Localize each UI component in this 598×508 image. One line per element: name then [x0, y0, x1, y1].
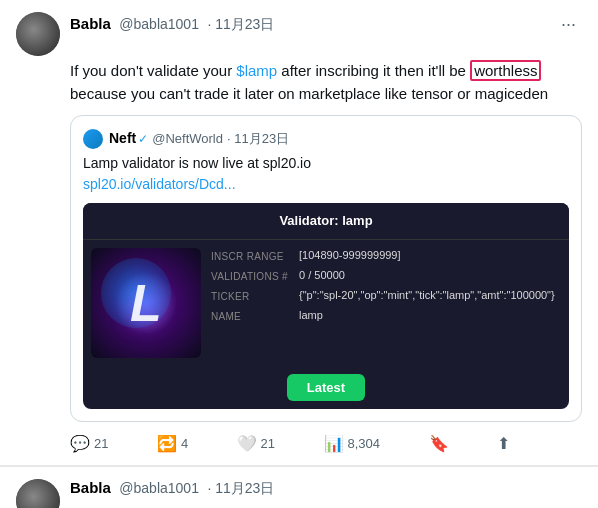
tweet-1-highlight: worthless	[470, 60, 541, 81]
latest-button[interactable]: Latest	[287, 374, 365, 401]
quoted-body: Lamp validator is now live at spl20.io s…	[83, 153, 569, 195]
validator-val-0: [104890-999999999]	[299, 248, 401, 262]
tweet-1-actions: 💬 21 🔁 4 🤍 21 📊 8,304 🔖 ⬆	[70, 434, 510, 453]
retweet-icon: 🔁	[157, 434, 177, 453]
quoted-tweet[interactable]: Neft ✓ @NeftWorld · 11月23日 Lamp validato…	[70, 115, 582, 422]
like-count: 21	[261, 436, 275, 451]
quoted-author[interactable]: Neft	[109, 128, 136, 149]
validator-footer: Latest	[83, 366, 569, 409]
tweet-1: Babla @babla1001 · 11月23日 ··· If you don…	[0, 0, 598, 466]
tweet-1-author[interactable]: Babla	[70, 15, 111, 32]
validator-table: INSCR RANGE [104890-999999999] VALIDATIO…	[211, 248, 561, 358]
tweet-2-handle[interactable]: @babla1001	[119, 480, 199, 496]
validator-val-3: lamp	[299, 308, 323, 322]
tweet-1-meta: Babla @babla1001 · 11月23日 ···	[70, 12, 582, 37]
tweet-2-date: · 11月23日	[207, 480, 274, 496]
bookmark-icon: 🔖	[429, 434, 449, 453]
avatar-2	[16, 479, 60, 509]
tweet-1-body: If you don't validate your $lamp after i…	[70, 60, 582, 422]
validator-key-0: INSCR RANGE	[211, 248, 291, 264]
verified-badge-icon: ✓	[138, 130, 148, 148]
tweet-2-meta: Babla @babla1001 · 11月23日	[70, 479, 582, 498]
share-icon: ⬆	[497, 434, 510, 453]
views-action[interactable]: 📊 8,304	[324, 434, 381, 453]
tweet-1-header: Babla @babla1001 · 11月23日 ···	[16, 12, 582, 56]
tweet-1-body-middle: after inscribing it then it'll be	[277, 62, 470, 79]
tweet-2-author-row: Babla @babla1001 · 11月23日	[70, 479, 582, 498]
quoted-tweet-header: Neft ✓ @NeftWorld · 11月23日	[83, 128, 569, 149]
quoted-body-line1: Lamp validator is now live at spl20.io	[83, 153, 569, 174]
reply-icon: 💬	[70, 434, 90, 453]
validator-val-1: 0 / 50000	[299, 268, 345, 282]
tweet-1-author-row: Babla @babla1001 · 11月23日 ···	[70, 12, 582, 37]
tweet-2: Babla @babla1001 · 11月23日 Everyone go to…	[0, 467, 598, 509]
validator-title: Validator: lamp	[83, 203, 569, 240]
views-icon: 📊	[324, 434, 344, 453]
tweet-1-body-before: If you don't validate your	[70, 62, 236, 79]
validator-row-2: TICKER {"p":"spl-20","op":"mint","tick":…	[211, 288, 561, 304]
quoted-body-line2[interactable]: spl20.io/validators/Dcd...	[83, 174, 569, 195]
validator-card: Validator: lamp L INSCR RANGE [104890-99…	[83, 203, 569, 409]
views-count: 8,304	[348, 436, 381, 451]
tweet-1-author-info: Babla @babla1001 · 11月23日	[70, 15, 274, 34]
share-action[interactable]: ⬆	[497, 434, 510, 453]
validator-image: L	[91, 248, 201, 358]
validator-key-3: NAME	[211, 308, 291, 324]
tweet-2-header: Babla @babla1001 · 11月23日	[16, 479, 582, 509]
validator-row-3: NAME lamp	[211, 308, 561, 324]
tweet-1-lamp-link[interactable]: $lamp	[236, 62, 277, 79]
validator-row-0: INSCR RANGE [104890-999999999]	[211, 248, 561, 264]
retweet-action[interactable]: 🔁 4	[157, 434, 188, 453]
heart-icon: 🤍	[237, 434, 257, 453]
quoted-date: · 11月23日	[227, 129, 289, 149]
validator-val-2: {"p":"spl-20","op":"mint","tick":"lamp",…	[299, 288, 555, 302]
avatar-1	[16, 12, 60, 56]
reply-count: 21	[94, 436, 108, 451]
tweet-1-date: · 11月23日	[207, 16, 274, 32]
bookmark-action[interactable]: 🔖	[429, 434, 449, 453]
retweet-count: 4	[181, 436, 188, 451]
validator-row-1: VALIDATIONS # 0 / 50000	[211, 268, 561, 284]
validator-key-1: VALIDATIONS #	[211, 268, 291, 284]
validator-letter: L	[130, 264, 162, 342]
validator-key-2: TICKER	[211, 288, 291, 304]
reply-action[interactable]: 💬 21	[70, 434, 108, 453]
quoted-avatar	[83, 129, 103, 149]
tweet-1-handle[interactable]: @babla1001	[119, 16, 199, 32]
validator-content: L INSCR RANGE [104890-999999999] VALIDAT…	[83, 240, 569, 366]
tweet-2-author[interactable]: Babla	[70, 479, 111, 496]
like-action[interactable]: 🤍 21	[237, 434, 275, 453]
more-options-icon[interactable]: ···	[555, 12, 582, 37]
quoted-handle: @NeftWorld	[152, 129, 223, 149]
tweet-2-author-info: Babla @babla1001 · 11月23日	[70, 479, 274, 498]
tweet-1-body-after: because you can't trade it later on mark…	[70, 85, 548, 102]
